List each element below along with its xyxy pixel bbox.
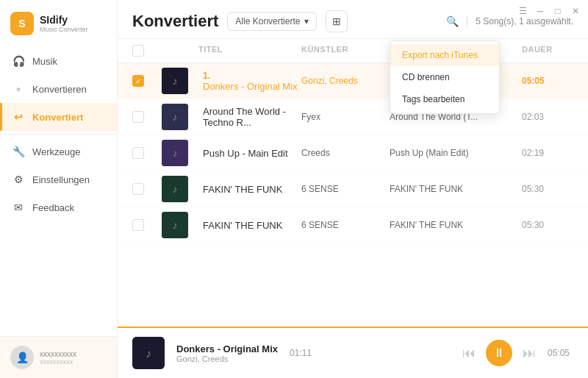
- row-thumbnail-3: ♪: [162, 140, 188, 166]
- sidebar-label-musik: Musik: [32, 56, 57, 67]
- row-album-3: Push Up (Main Edit): [390, 148, 522, 158]
- sidebar-item-feedback[interactable]: ✉ Feedback: [0, 193, 117, 221]
- row-artist-2: Fyex: [301, 112, 390, 122]
- row-title-text-4: FAKIN' THE FUNK: [203, 184, 301, 195]
- svg-text:♪: ♪: [173, 111, 178, 123]
- row-title-text-3: Push Up - Main Edit: [203, 148, 301, 159]
- user-name: xxxxxxxxxx: [40, 350, 76, 358]
- skip-forward-button[interactable]: ⏭: [523, 346, 536, 361]
- sidebar-item-werkzeuge[interactable]: 🔧 Werkzeuge: [0, 138, 117, 165]
- row-album-4: FAKIN' THE FUNK: [390, 184, 522, 194]
- table-header: TITEL KÜNSTLER ALBUM DAUER: [118, 39, 588, 63]
- table-row[interactable]: ✓ ♪ 1. Donkers - Original Mix Gonzi, Cre…: [118, 63, 588, 99]
- konvertiert-icon: ↩: [12, 110, 25, 124]
- row-title-cell-4: FAKIN' THE FUNK: [198, 184, 301, 195]
- context-export-itunes[interactable]: Export nach iTunes: [390, 44, 499, 66]
- logo-icon: S: [10, 12, 34, 35]
- table-row[interactable]: ♪ Push Up - Main Edit Creeds Push Up (Ma…: [118, 135, 588, 171]
- col-title: TITEL: [198, 45, 301, 57]
- sidebar: S SIdify Music Converter 🎧 Musik ● Konve…: [0, 0, 118, 378]
- sidebar-item-musik[interactable]: 🎧 Musik: [0, 47, 117, 75]
- sidebar-nav: 🎧 Musik ● Konvertieren ↩ Konvertiert 🔧 W…: [0, 43, 117, 336]
- player-track-title: Donkers - Original Mix: [176, 343, 278, 354]
- row-album-5: FAKIN' THE FUNK: [390, 220, 522, 230]
- row-artist-3: Creeds: [301, 148, 390, 158]
- context-menu: Export nach iTunes CD brennen Tags bearb…: [390, 40, 500, 114]
- table-row[interactable]: ♪ Around The World - Techno R... Fyex Ar…: [118, 99, 588, 135]
- minimize-button[interactable]: ─: [535, 6, 545, 16]
- svg-text:♪: ♪: [173, 75, 178, 87]
- context-cd-brennen[interactable]: CD brennen: [390, 66, 499, 88]
- player-current-time: 01:11: [290, 348, 315, 358]
- row-thumbnail-1: ♪: [162, 68, 188, 94]
- play-pause-button[interactable]: ⏸: [486, 340, 512, 366]
- maximize-button[interactable]: □: [553, 6, 563, 16]
- table-row[interactable]: ♪ FAKIN' THE FUNK 6 SENSE FAKIN' THE FUN…: [118, 207, 588, 243]
- konvertieren-icon: ●: [12, 82, 25, 96]
- sidebar-label-konvertiert: Konvertiert: [32, 112, 83, 123]
- row-title-cell-5: FAKIN' THE FUNK: [198, 220, 301, 231]
- row-duration-4: 05:30: [522, 184, 573, 194]
- nav-divider: [0, 134, 117, 135]
- song-count: 5 Song(s), 1 ausgewählt.: [476, 16, 573, 26]
- row-title-cell-1: 1. Donkers - Original Mix: [198, 71, 301, 92]
- player-track-artist: Gonzi, Creeds: [176, 354, 278, 363]
- filter-dropdown[interactable]: Alle Konvertierte ▾: [227, 12, 317, 31]
- separator: |: [466, 15, 469, 27]
- user-info: xxxxxxxxxx xxxxxxxxxx: [40, 350, 76, 365]
- logo-area: S SIdify Music Converter: [0, 0, 117, 43]
- player-info: Donkers - Original Mix Gonzi, Creeds: [176, 343, 278, 363]
- row-title-cell-3: Push Up - Main Edit: [198, 148, 301, 159]
- main-content: ☰ ─ □ ✕ Konvertiert Alle Konvertierte ▾ …: [118, 0, 588, 378]
- row-checkbox-3[interactable]: [132, 147, 144, 159]
- grid-view-button[interactable]: ⊞: [326, 10, 348, 32]
- skip-back-button[interactable]: ⏮: [462, 346, 476, 361]
- col-artist: KÜNSTLER: [301, 45, 390, 57]
- sidebar-label-werkzeuge: Werkzeuge: [32, 146, 81, 157]
- row-checkbox-4[interactable]: [132, 183, 144, 195]
- row-num-1: 1.: [203, 71, 301, 81]
- avatar: 👤: [10, 346, 34, 369]
- row-thumbnail-4: ♪: [162, 176, 188, 202]
- row-title-text-2: Around The World - Techno R...: [203, 106, 301, 128]
- row-duration-2: 02:03: [522, 112, 573, 122]
- close-button[interactable]: ✕: [570, 6, 581, 16]
- user-profile[interactable]: 👤 xxxxxxxxxx xxxxxxxxxx: [0, 336, 117, 378]
- row-duration-3: 02:19: [522, 148, 573, 158]
- musik-icon: 🎧: [12, 54, 25, 68]
- row-checkbox-2[interactable]: [132, 111, 144, 123]
- app-name: SIdify: [40, 14, 88, 26]
- app-subtitle: Music Converter: [40, 26, 88, 33]
- logo-text: SIdify Music Converter: [40, 14, 88, 33]
- player-controls: ⏮ ⏸ ⏭: [462, 340, 536, 366]
- page-title: Konvertiert: [132, 12, 218, 31]
- sidebar-item-einstellungen[interactable]: ⚙ Einstellungen: [0, 165, 117, 193]
- row-checkbox-1[interactable]: ✓: [132, 75, 144, 87]
- row-thumbnail-2: ♪: [162, 104, 188, 130]
- row-duration-5: 05:30: [522, 220, 573, 230]
- werkzeuge-icon: 🔧: [12, 145, 25, 158]
- user-plan: xxxxxxxxxx: [40, 358, 76, 365]
- search-button[interactable]: 🔍: [446, 15, 459, 27]
- window-controls: ☰ ─ □ ✕: [517, 6, 581, 16]
- row-checkbox-5[interactable]: [132, 219, 144, 231]
- sidebar-label-konvertieren: Konvertieren: [32, 84, 87, 95]
- player-bar: ♪ Donkers - Original Mix Gonzi, Creeds 0…: [118, 327, 588, 378]
- sidebar-item-konvertiert[interactable]: ↩ Konvertiert: [0, 103, 117, 131]
- grid-icon: ⊞: [332, 15, 341, 27]
- row-artist-1: Gonzi, Creeds: [301, 76, 390, 86]
- context-tags-bearbeiten[interactable]: Tags bearbeiten: [390, 88, 499, 110]
- table-row[interactable]: ♪ FAKIN' THE FUNK 6 SENSE FAKIN' THE FUN…: [118, 171, 588, 207]
- svg-text:♪: ♪: [146, 347, 151, 360]
- player-total-time: 05:05: [548, 348, 573, 358]
- einstellungen-icon: ⚙: [12, 173, 25, 186]
- row-title-cell-2: Around The World - Techno R...: [198, 106, 301, 128]
- row-artist-5: 6 SENSE: [301, 220, 390, 230]
- select-all-checkbox[interactable]: [132, 45, 144, 57]
- row-title-text-5: FAKIN' THE FUNK: [203, 220, 301, 231]
- menu-button[interactable]: ☰: [517, 6, 528, 16]
- player-thumbnail: ♪: [132, 337, 165, 369]
- col-thumb: [162, 45, 198, 57]
- sidebar-item-konvertieren[interactable]: ● Konvertieren: [0, 75, 117, 103]
- row-title-text-1: Donkers - Original Mix: [203, 81, 301, 92]
